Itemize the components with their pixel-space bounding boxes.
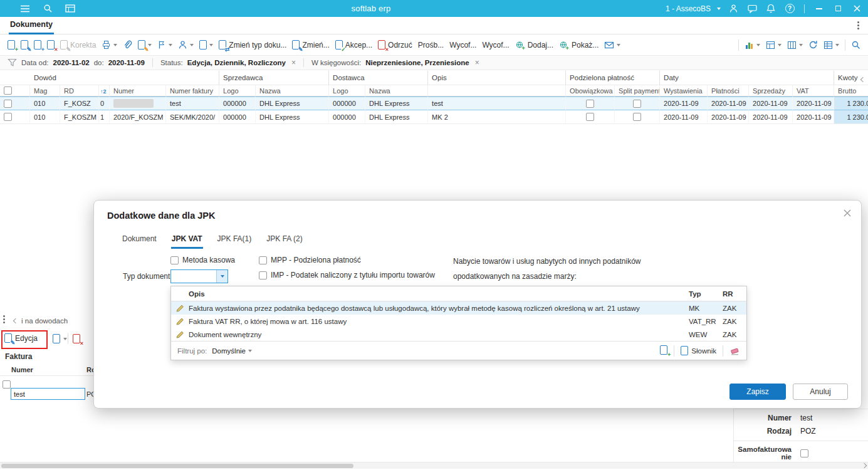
search-button[interactable] xyxy=(851,40,860,50)
col-wystawienia[interactable]: Wystawienia xyxy=(660,85,708,97)
refresh-button[interactable] xyxy=(808,40,818,50)
left-panel-header[interactable]: i na dowodach xyxy=(14,317,68,325)
accept-button[interactable]: ✓ Akcep... xyxy=(335,40,372,50)
slownik-button[interactable]: Słownik xyxy=(681,346,716,355)
search-icon[interactable] xyxy=(41,3,54,15)
split-payment-checkbox[interactable] xyxy=(633,113,641,121)
dictionary-row[interactable]: Faktura VAT RR, o której mowa w art. 116… xyxy=(171,315,746,328)
menu-icon[interactable] xyxy=(19,3,31,15)
col-numer[interactable]: Numer xyxy=(11,366,33,373)
scroll-right-icon[interactable] xyxy=(862,463,867,468)
col-split-payment[interactable]: Split payment xyxy=(615,85,660,97)
edit-document-button[interactable]: ✎ xyxy=(21,40,28,50)
show-relation-button[interactable]: + Pokaż... xyxy=(559,40,599,50)
col-sprzedawca-nazwa[interactable]: Nazwa xyxy=(256,85,329,97)
table-row[interactable]: 010 F_KOSZM 1 2020/F_KOSZM SEK/MK/2020/ … xyxy=(0,110,868,124)
close-button[interactable] xyxy=(850,3,863,15)
row-checkbox[interactable] xyxy=(4,113,12,121)
metoda-kasowa-checkbox[interactable] xyxy=(170,256,179,264)
tab-dokument[interactable]: Dokument xyxy=(122,232,157,249)
filter-icon[interactable] xyxy=(8,58,17,67)
change-button[interactable]: ✎ Zmień... xyxy=(292,40,329,50)
group-dostawca[interactable]: Dostawca xyxy=(329,71,428,85)
col-platnosci[interactable]: Płatności xyxy=(708,85,749,97)
annotate-button[interactable]: ✎ xyxy=(138,40,152,50)
new-document-button[interactable]: + xyxy=(8,40,15,50)
date-from-value[interactable]: 2020-11-02 xyxy=(53,59,89,66)
row-checkbox[interactable] xyxy=(4,100,12,108)
combobox-dropdown-button[interactable] xyxy=(216,270,227,283)
col-numer[interactable]: Numer xyxy=(110,85,166,97)
copy-document-button[interactable]: + xyxy=(34,40,41,50)
select-all-checkbox[interactable] xyxy=(4,86,12,95)
col-sprzedawca-logo[interactable]: Logo xyxy=(219,85,256,97)
col-opis[interactable]: Opis xyxy=(189,290,689,298)
remove-status-filter-icon[interactable] xyxy=(291,59,296,66)
col-numer-faktury[interactable]: Numer faktury xyxy=(166,85,219,97)
send-button[interactable] xyxy=(604,41,620,50)
delete-document-button[interactable]: × xyxy=(47,40,55,50)
horizontal-scrollbar[interactable] xyxy=(0,462,868,469)
col-sprzedazy[interactable]: Sprzedaży xyxy=(749,85,793,97)
status-filter-value[interactable]: Edycja, Dziennik, Rozliczony xyxy=(187,59,286,66)
col-opis[interactable] xyxy=(428,85,566,97)
document-actions-button[interactable] xyxy=(199,40,213,50)
imp-field[interactable]: IMP - Podatek naliczony z tytułu importu… xyxy=(259,271,435,279)
maximize-button[interactable] xyxy=(832,3,844,15)
korekta-button[interactable]: ✎ Korekta xyxy=(60,40,96,50)
imp-checkbox[interactable] xyxy=(259,271,267,279)
scrollbar-thumb[interactable] xyxy=(1,464,353,468)
grid-view-button[interactable] xyxy=(824,41,839,50)
request-button[interactable]: Prośb... xyxy=(418,41,444,50)
row-checkbox[interactable] xyxy=(3,380,11,389)
col-brutto[interactable]: Brutto xyxy=(834,85,868,97)
withdraw2-button[interactable]: Wycof... xyxy=(482,41,509,50)
numer-input[interactable] xyxy=(11,388,85,400)
add-relation-button[interactable]: + Dodaj... xyxy=(515,40,553,50)
cancel-button[interactable]: Anuluj xyxy=(793,384,848,400)
samofakturowanie-checkbox[interactable] xyxy=(800,449,808,457)
more-options-icon[interactable] xyxy=(854,21,862,31)
user-icon[interactable] xyxy=(727,3,740,15)
edycja-button[interactable]: ✎ Edycja xyxy=(4,333,38,343)
combobox-input[interactable] xyxy=(171,270,216,283)
col-dostawca-logo[interactable]: Logo xyxy=(329,85,365,97)
split-payment-checkbox[interactable] xyxy=(633,100,641,108)
obowiazkowa-checkbox[interactable] xyxy=(586,113,594,121)
col-vat[interactable]: VAT xyxy=(793,85,834,97)
tab-jpk-fa2[interactable]: JPK FA (2) xyxy=(266,232,303,249)
withdraw-button[interactable]: Wycof... xyxy=(449,41,476,50)
modal-close-icon[interactable] xyxy=(842,208,852,218)
layout-button[interactable] xyxy=(766,41,782,50)
ksiegowosc-filter-value[interactable]: Nieprzeniesione, Przeniesione xyxy=(365,59,469,66)
tab-jpk-vat[interactable]: JPK VAT xyxy=(171,232,203,249)
filtruj-po-select[interactable]: Domyślnie xyxy=(212,347,252,355)
add-entry-button[interactable]: + xyxy=(660,345,667,356)
col-dostawca-nazwa[interactable]: Nazwa xyxy=(365,85,428,97)
delete-row-button[interactable]: × xyxy=(73,334,80,343)
group-sprzedawca[interactable]: Sprzedawca xyxy=(219,71,329,85)
col-mag[interactable]: Mag xyxy=(30,85,60,97)
dictionary-row[interactable]: Dokument wewnętrzny WEW ZAK xyxy=(171,328,746,341)
col-rodzaj[interactable]: Rodzaj xyxy=(86,366,93,373)
table-row[interactable]: 010 F_KOSZ 0 test 000000 DHL Express 000… xyxy=(0,97,868,110)
group-dowod[interactable]: Dowód xyxy=(30,71,219,85)
company-selector[interactable]: 1 - AssecoBS xyxy=(666,4,711,13)
assign-user-button[interactable] xyxy=(178,40,194,50)
typ-dokumentu-combobox[interactable] xyxy=(170,269,228,283)
col-rd[interactable]: RD xyxy=(60,85,99,97)
group-podzielona-platnosc[interactable]: Podzielona płatność xyxy=(566,71,660,85)
group-opis[interactable]: Opis xyxy=(428,71,566,85)
mpp-field[interactable]: MPP - Podzielona płatność xyxy=(259,256,361,264)
group-daty[interactable]: Daty xyxy=(660,71,834,85)
mpp-checkbox[interactable] xyxy=(259,256,267,264)
col-sort[interactable]: ↑2 xyxy=(99,85,110,97)
columns-button[interactable] xyxy=(787,41,803,50)
attachment-button[interactable] xyxy=(123,40,132,50)
metoda-kasowa-field[interactable]: Metoda kasowa xyxy=(170,256,235,264)
flag-button[interactable] xyxy=(157,40,172,50)
save-button[interactable]: Zapisz xyxy=(729,384,786,400)
tab-jpk-fa1[interactable]: JPK FA(1) xyxy=(217,232,253,249)
chevron-down-icon[interactable] xyxy=(717,8,721,10)
print-button[interactable] xyxy=(102,40,117,50)
